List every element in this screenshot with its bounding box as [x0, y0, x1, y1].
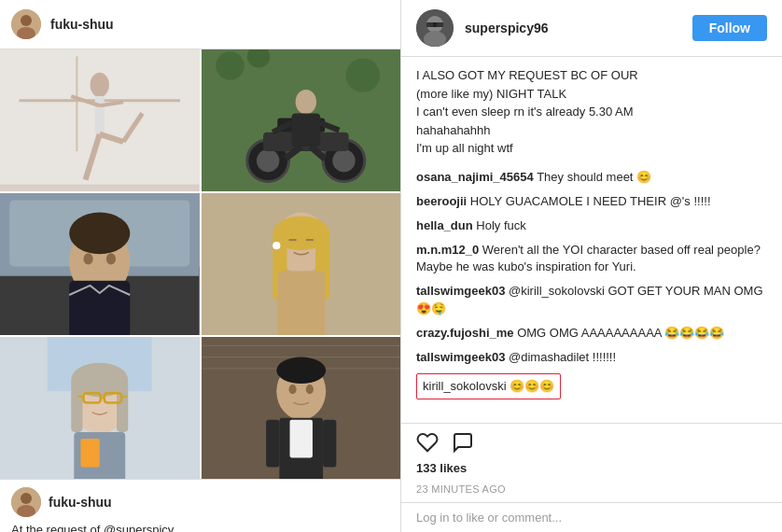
- right-header: superspicy96 Follow: [401, 0, 782, 57]
- actions-row: [401, 423, 782, 457]
- left-panel: fuku-shuu: [0, 0, 401, 532]
- highlighted-comment: kirill_sokolovski 😊😊😊: [416, 373, 767, 407]
- footer-username[interactable]: fuku-shuu: [49, 495, 112, 510]
- svg-point-75: [288, 385, 296, 394]
- likes-count: 133 likes: [416, 461, 467, 475]
- svg-point-20: [256, 149, 278, 172]
- left-footer: fuku-shuu At the request of @superspicy: [0, 479, 400, 532]
- svg-rect-7: [95, 96, 105, 134]
- left-header: fuku-shuu: [0, 0, 400, 49]
- svg-point-1: [21, 15, 32, 26]
- svg-point-22: [332, 149, 355, 172]
- photo-3: [0, 193, 200, 335]
- left-username[interactable]: fuku-shuu: [50, 17, 114, 32]
- like-button[interactable]: [416, 431, 439, 454]
- photo-4: [202, 193, 401, 335]
- svg-point-39: [106, 253, 116, 264]
- svg-point-76: [305, 385, 313, 394]
- svg-point-37: [69, 213, 130, 255]
- svg-rect-13: [0, 185, 200, 191]
- svg-rect-63: [80, 439, 99, 468]
- add-comment-placeholder: Log in to like or comment...: [416, 511, 562, 525]
- svg-rect-4: [76, 56, 77, 151]
- svg-point-16: [216, 51, 244, 80]
- comment-user-1[interactable]: osana_najimi_45654: [416, 170, 534, 184]
- svg-point-38: [83, 253, 92, 264]
- comment-4: m.n.m12_0 Weren't all the YOI character …: [416, 242, 767, 275]
- comment-button[interactable]: [452, 431, 474, 454]
- right-avatar[interactable]: [416, 9, 454, 47]
- svg-point-47: [272, 242, 280, 249]
- highlighted-comment-text[interactable]: kirill_sokolovski 😊😊😊: [416, 373, 561, 399]
- post-time: 23 MINUTES AGO: [416, 483, 506, 495]
- follow-button[interactable]: Follow: [692, 15, 767, 41]
- svg-rect-72: [289, 420, 312, 458]
- photo-2: [202, 49, 401, 191]
- caption-line-1: I ALSO GOT MY REQUEST BC OF OUR: [416, 66, 767, 85]
- photo-6: [202, 337, 401, 479]
- comment-user-5[interactable]: tallswimgeek03: [416, 284, 505, 298]
- comment-3: hella_dun Holy fuck: [416, 217, 767, 234]
- photo-grid: [0, 49, 400, 479]
- likes-row: 133 likes: [401, 457, 782, 478]
- svg-point-18: [345, 58, 380, 92]
- comment-6: crazy.fujoshi_me OMG OMG AAAAAAAAAA 😂😂😂😂: [416, 325, 767, 342]
- comment-1: osana_najimi_45654 They should meet 😊: [416, 169, 767, 186]
- comment-user-6[interactable]: crazy.fujoshi_me: [416, 326, 514, 340]
- caption-line-3: I can't even sleep rn it's already 5.30 …: [416, 103, 767, 121]
- svg-rect-83: [426, 22, 433, 27]
- comment-user-2[interactable]: beeroojii: [416, 194, 467, 208]
- svg-rect-46: [277, 272, 325, 335]
- post-caption: I ALSO GOT MY REQUEST BC OF OUR (more li…: [416, 66, 767, 158]
- svg-point-78: [21, 493, 32, 504]
- post-caption-text: At the request of @superspicy: [11, 523, 174, 532]
- comment-7: tallswimgeek03 @dimashadilet !!!!!!!: [416, 349, 767, 366]
- svg-rect-55: [71, 380, 82, 432]
- time-row: 23 MINUTES AGO: [401, 478, 782, 502]
- caption-line-2: (more like my) NIGHT TALK: [416, 85, 767, 104]
- svg-rect-56: [117, 380, 128, 432]
- footer-avatar[interactable]: [11, 487, 41, 517]
- comment-user-4[interactable]: m.n.m12_0: [416, 243, 479, 257]
- svg-point-25: [295, 90, 315, 114]
- comment-2: beeroojii HOLY GUACAMOLE I NEED THEIR @'…: [416, 193, 767, 210]
- caption-line-4: hahahahahhh: [416, 121, 767, 140]
- comment-5: tallswimgeek03 @kirill_sokolovski GOT GE…: [416, 283, 767, 316]
- right-username[interactable]: superspicy96: [465, 21, 692, 35]
- add-comment-row[interactable]: Log in to like or comment...: [401, 502, 782, 532]
- right-panel: superspicy96 Follow I ALSO GOT MY REQUES…: [401, 0, 782, 532]
- comment-text-3: Holy fuck: [476, 218, 525, 232]
- comment-text-7: @dimashadilet !!!!!!!: [509, 350, 616, 364]
- caption-line-5: I'm up all night wtf: [416, 139, 767, 158]
- svg-rect-74: [323, 420, 336, 468]
- photo-5: [0, 337, 200, 479]
- photo-1: [0, 49, 200, 191]
- svg-rect-84: [437, 22, 443, 27]
- svg-rect-73: [266, 420, 279, 468]
- comment-user-3[interactable]: hella_dun: [416, 218, 473, 232]
- svg-rect-26: [291, 113, 320, 147]
- left-footer-user: fuku-shuu: [11, 487, 389, 517]
- left-avatar[interactable]: [11, 9, 41, 39]
- svg-point-6: [91, 73, 109, 97]
- svg-point-70: [276, 357, 326, 384]
- comment-text-1: They should meet 😊: [537, 170, 651, 184]
- comment-user-7[interactable]: tallswimgeek03: [416, 350, 505, 364]
- comments-area[interactable]: I ALSO GOT MY REQUEST BC OF OUR (more li…: [401, 57, 782, 423]
- comment-text-6: OMG OMG AAAAAAAAAA 😂😂😂😂: [517, 326, 724, 340]
- comment-text-2: HOLY GUACAMOLE I NEED THEIR @'s !!!!!: [470, 194, 711, 208]
- svg-rect-36: [69, 281, 130, 335]
